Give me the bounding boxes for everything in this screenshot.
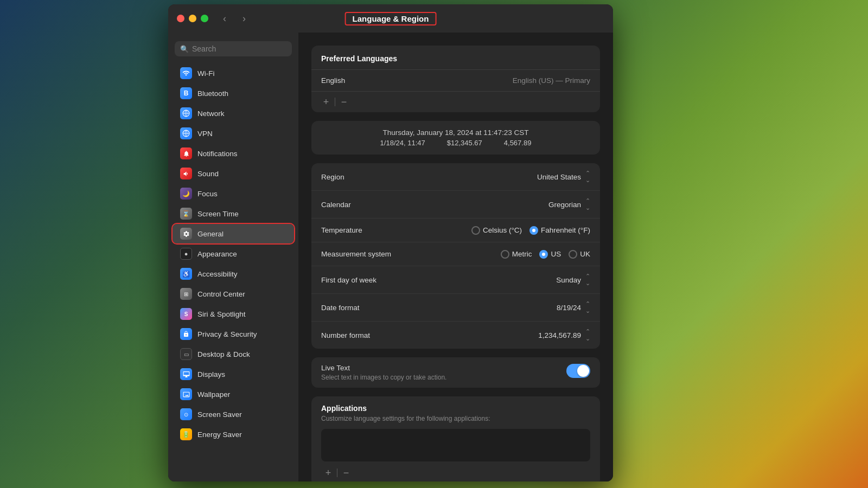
first-day-row: First day of week Sunday ⌃⌄ xyxy=(311,266,600,294)
bluetooth-label: Bluetooth xyxy=(197,89,228,98)
date-format-value[interactable]: 8/19/24 ⌃⌄ xyxy=(557,300,590,314)
date-preview-sub: 1/18/24, 11:47 $12,345.67 4,567.89 xyxy=(321,139,590,147)
network-icon xyxy=(180,107,192,119)
celsius-label: Celsius (°C) xyxy=(483,226,522,234)
number-preview: 4,567.89 xyxy=(504,139,532,147)
first-day-chevron-icon: ⌃⌄ xyxy=(585,273,590,287)
first-day-dropdown-value: Sunday xyxy=(556,276,581,284)
metric-option[interactable]: Metric xyxy=(501,250,532,259)
uk-option[interactable]: UK xyxy=(569,250,590,259)
sidebar-item-wifi[interactable]: Wi-Fi xyxy=(173,63,294,83)
region-dropdown-value: United States xyxy=(537,173,581,181)
add-language-button[interactable]: + xyxy=(319,96,333,108)
sidebar-item-notifications[interactable]: Notifications xyxy=(173,144,294,163)
calendar-value[interactable]: Gregorian ⌃⌄ xyxy=(548,197,590,211)
celsius-option[interactable]: Celsius (°C) xyxy=(471,226,522,235)
date-format-label: Date format xyxy=(321,304,360,312)
forward-button[interactable]: › xyxy=(237,11,252,26)
region-chevron-icon: ⌃⌄ xyxy=(585,170,590,184)
screentime-label: Screen Time xyxy=(197,210,239,218)
desktop-label: Desktop & Dock xyxy=(197,350,250,358)
number-format-dropdown-value: 1,234,567.89 xyxy=(538,331,581,339)
sidebar-item-displays[interactable]: Displays xyxy=(173,364,294,384)
screensaver-icon: ⊙ xyxy=(180,408,192,420)
first-day-value[interactable]: Sunday ⌃⌄ xyxy=(556,273,590,287)
notifications-icon xyxy=(180,147,192,159)
sidebar-item-vpn[interactable]: VPN xyxy=(173,124,294,143)
vpn-icon xyxy=(180,127,192,139)
fahrenheit-option[interactable]: Fahrenheit (°F) xyxy=(529,226,590,235)
privacy-icon xyxy=(180,328,192,340)
wifi-label: Wi-Fi xyxy=(197,69,214,78)
search-box[interactable]: 🔍 Search xyxy=(175,41,292,56)
sidebar-item-siri[interactable]: S Siri & Spotlight xyxy=(173,304,294,324)
general-label: General xyxy=(197,230,224,238)
sidebar-item-accessibility[interactable]: ♿ Accessibility xyxy=(173,264,294,284)
apps-action-divider xyxy=(337,468,337,477)
minimize-button[interactable] xyxy=(189,15,196,22)
sidebar-item-network[interactable]: Network xyxy=(173,104,294,123)
metric-label: Metric xyxy=(512,250,532,258)
region-row: Region United States ⌃⌄ xyxy=(311,163,600,191)
sidebar-item-bluetooth[interactable]: B Bluetooth xyxy=(173,84,294,103)
preferred-languages-card: Preferred Languages English English (US)… xyxy=(311,46,600,112)
calendar-row: Calendar Gregorian ⌃⌄ xyxy=(311,191,600,219)
controlcenter-label: Control Center xyxy=(197,290,245,298)
applications-actions: + − xyxy=(321,466,590,479)
live-text-toggle[interactable] xyxy=(566,364,590,378)
sound-icon xyxy=(180,168,192,179)
preferred-languages-title: Preferred Languages xyxy=(311,46,600,69)
displays-label: Displays xyxy=(197,370,225,378)
back-button[interactable]: ‹ xyxy=(217,11,232,26)
sidebar-item-appearance[interactable]: ● Appearance xyxy=(173,244,294,264)
add-application-button[interactable]: + xyxy=(321,467,335,479)
number-format-chevron-icon: ⌃⌄ xyxy=(585,328,590,342)
sidebar-item-sound[interactable]: Sound xyxy=(173,164,294,183)
close-button[interactable] xyxy=(177,15,184,22)
temperature-row: Temperature Celsius (°C) Fahrenheit (°F) xyxy=(311,219,600,242)
action-divider xyxy=(335,98,335,106)
sidebar-item-desktop[interactable]: ▭ Desktop & Dock xyxy=(173,344,294,364)
us-option[interactable]: US xyxy=(539,250,561,259)
energy-label: Energy Saver xyxy=(197,431,242,439)
sidebar-item-focus[interactable]: 🌙 Focus xyxy=(173,184,294,203)
siri-label: Siri & Spotlight xyxy=(197,310,246,318)
sidebar-item-wallpaper[interactable]: Wallpaper xyxy=(173,384,294,404)
focus-label: Focus xyxy=(197,190,218,198)
maximize-button[interactable] xyxy=(201,15,208,22)
title-bar: ‹ › Language & Region xyxy=(168,4,613,33)
remove-application-button[interactable]: − xyxy=(339,467,353,479)
date-short: 1/18/24, 11:47 xyxy=(380,139,425,147)
sidebar-item-energy[interactable]: 🔋 Energy Saver xyxy=(173,425,294,444)
network-label: Network xyxy=(197,110,225,118)
sidebar-item-screentime[interactable]: ⌛ Screen Time xyxy=(173,204,294,223)
sidebar-item-privacy[interactable]: Privacy & Security xyxy=(173,324,294,344)
sidebar-item-general[interactable]: General xyxy=(173,224,294,243)
date-preview-card: Thursday, January 18, 2024 at 11:47:23 C… xyxy=(311,121,600,155)
region-value[interactable]: United States ⌃⌄ xyxy=(537,170,590,184)
applications-title: Applications xyxy=(321,404,590,413)
calendar-chevron-icon: ⌃⌄ xyxy=(585,197,590,211)
live-text-row: Live Text Select text in images to copy … xyxy=(321,364,590,381)
us-label: US xyxy=(551,250,561,258)
siri-icon: S xyxy=(180,308,192,320)
calendar-label: Calendar xyxy=(321,201,351,209)
us-radio xyxy=(539,250,548,259)
celsius-radio xyxy=(471,226,480,235)
number-format-value[interactable]: 1,234,567.89 ⌃⌄ xyxy=(538,328,590,342)
screentime-icon: ⌛ xyxy=(180,208,192,220)
sidebar-item-controlcenter[interactable]: ⊞ Control Center xyxy=(173,284,294,304)
date-format-dropdown-value: 8/19/24 xyxy=(557,304,581,312)
desktop-icon: ▭ xyxy=(180,348,192,360)
remove-language-button[interactable]: − xyxy=(337,96,351,108)
first-day-label: First day of week xyxy=(321,276,376,284)
sidebar-item-screensaver[interactable]: ⊙ Screen Saver xyxy=(173,404,294,424)
calendar-dropdown-value: Gregorian xyxy=(548,201,581,209)
temperature-label: Temperature xyxy=(321,226,362,234)
uk-radio xyxy=(569,250,577,259)
live-text-description: Select text in images to copy or take ac… xyxy=(321,374,566,381)
content-area: Preferred Languages English English (US)… xyxy=(298,33,613,481)
applications-list xyxy=(321,429,590,461)
language-row: English English (US) — Primary xyxy=(311,69,600,91)
notifications-label: Notifications xyxy=(197,150,238,158)
